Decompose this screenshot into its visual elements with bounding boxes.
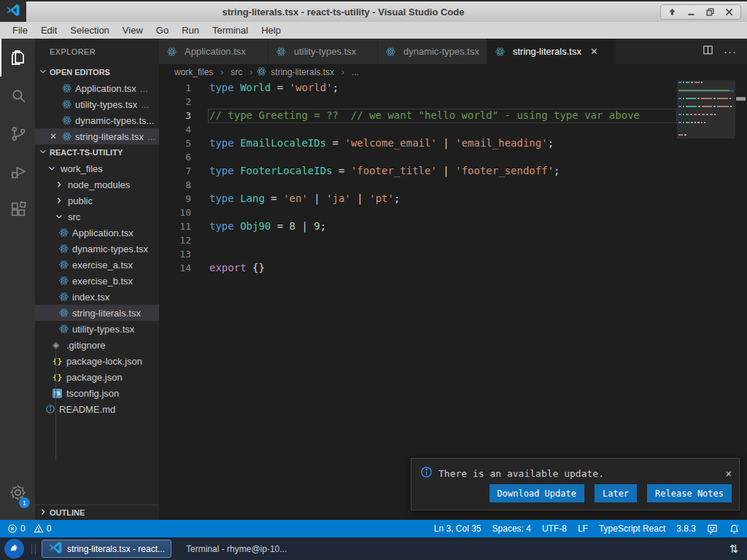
editor-tab[interactable]: utility-types.tsx ✕ — [268, 39, 378, 64]
window-minimize-button[interactable] — [686, 7, 696, 17]
tree-item[interactable]: utility-types.tsx — [35, 321, 159, 337]
notification-button[interactable]: Release Notes — [647, 484, 732, 502]
editor-tab[interactable]: dynamic-types.tsx ✕ — [378, 39, 487, 64]
open-editor-item[interactable]: ✕ string-literals.tsx ... — [35, 128, 159, 144]
breadcrumb-item[interactable]: work_files › — [171, 67, 227, 77]
tab-close-icon[interactable]: ✕ — [590, 46, 598, 57]
open-editors-header[interactable]: OPEN EDITORS — [35, 64, 159, 80]
menu-item[interactable]: Run — [175, 22, 206, 39]
status-bar-item[interactable]: Spaces: 4 — [492, 524, 531, 534]
network-updown-icon[interactable] — [729, 542, 743, 556]
minimap[interactable] — [677, 80, 735, 520]
tree-item[interactable]: {} package.json — [35, 369, 159, 385]
editor-tab[interactable]: Application.tsx ✕ — [159, 39, 268, 64]
activity-bar-item[interactable] — [0, 39, 35, 77]
notifications-bell-icon[interactable] — [729, 524, 740, 534]
feedback-icon[interactable] — [707, 524, 718, 534]
window-shade-button[interactable] — [667, 7, 677, 17]
menu-item[interactable]: Go — [150, 22, 175, 39]
notification-close-icon[interactable]: ✕ — [726, 467, 732, 479]
tree-item[interactable]: Application.tsx — [35, 225, 159, 241]
os-menu-button[interactable] — [4, 539, 24, 559]
indent-guide — [55, 347, 56, 459]
code-line[interactable]: 4 — [159, 122, 747, 136]
tree-item[interactable]: index.tsx — [35, 289, 159, 305]
tree-item[interactable]: src — [35, 209, 159, 225]
status-bar-item[interactable]: UTF-8 — [542, 524, 567, 534]
code-line[interactable]: 5 type EmailLocaleIDs = 'welcome_email' … — [159, 136, 747, 150]
tree-item[interactable]: ◈ .gitignore — [35, 337, 159, 353]
window-restore-button[interactable] — [705, 7, 715, 17]
open-editor-item[interactable]: ✕ Application.tsx ... — [35, 80, 159, 96]
tree-item[interactable]: dynamic-types.tsx — [35, 241, 159, 257]
window-title: string-literals.tsx - react-ts-utility -… — [26, 7, 660, 18]
breadcrumb-separator: › — [341, 67, 344, 77]
menu-item[interactable]: Edit — [34, 22, 63, 39]
code-line[interactable]: 1 type World = 'world'; — [159, 81, 747, 95]
breadcrumb-item[interactable]: string-literals.tsx › — [256, 66, 348, 79]
code-line[interactable]: 7 type FooterLocaleIDs = 'footer_title' … — [159, 164, 747, 178]
tree-item[interactable]: public — [35, 192, 159, 209]
json-icon: {} — [53, 373, 66, 382]
problems-indicator[interactable]: 0 — [7, 524, 26, 534]
code-line[interactable]: 10 — [159, 206, 747, 219]
explorer-title: EXPLORER — [35, 39, 159, 64]
react-icon — [495, 47, 508, 57]
line-number: 9 — [159, 192, 191, 206]
project-section-header[interactable]: REACT-TS-UTILITY — [35, 144, 159, 160]
code-line[interactable]: 9 type Lang = 'en' | 'ja' | 'pt'; — [159, 192, 747, 206]
tree-item[interactable]: work_files — [35, 160, 159, 176]
menu-item[interactable]: Selection — [63, 22, 115, 39]
status-bar-item[interactable]: Ln 3, Col 35 — [434, 524, 481, 534]
activity-bar-item[interactable] — [0, 77, 35, 114]
activity-bar-item[interactable] — [0, 114, 35, 152]
open-editor-item[interactable]: ✕ utility-types.tsx ... — [35, 96, 159, 112]
menu-item[interactable]: Terminal — [206, 22, 255, 39]
breadcrumb-item[interactable]: src › — [227, 67, 256, 77]
taskbar-task[interactable]: string-literals.tsx - react... — [42, 540, 171, 558]
tree-item[interactable]: TS tsconfig.json — [35, 385, 159, 401]
more-actions-icon[interactable]: ··· — [724, 45, 737, 58]
code-line[interactable]: 13 — [159, 247, 747, 261]
menu-item[interactable]: File — [6, 22, 34, 39]
warnings-indicator[interactable]: 0 — [34, 524, 52, 534]
tree-item[interactable]: README.md — [35, 401, 159, 417]
code-line[interactable]: 12 — [159, 233, 747, 247]
breadcrumb-item[interactable]: ... › — [348, 67, 359, 77]
taskbar-task[interactable]: Terminal - rhyme@ip-10... — [176, 540, 293, 558]
code-line[interactable]: 11 type Obj90 = 8 | 9; — [159, 219, 747, 233]
tree-item[interactable]: string-literals.tsx — [35, 305, 159, 321]
status-bar-item[interactable]: 3.8.3 — [676, 524, 696, 534]
open-editor-item[interactable]: ✕ dynamic-types.ts... — [35, 112, 159, 128]
tree-item[interactable]: exercise_b.tsx — [35, 273, 159, 289]
code-line[interactable]: 3 // type Greeting = ?? // we want "hell… — [159, 109, 747, 122]
code-line[interactable]: 14 export {} — [159, 261, 747, 275]
status-bar-item[interactable]: TypeScript React — [599, 524, 665, 534]
app-icon-box[interactable] — [0, 1, 26, 22]
status-bar-item[interactable]: LF — [578, 524, 588, 534]
activity-bar-item[interactable] — [0, 152, 35, 190]
chevron-right-icon — [54, 179, 68, 190]
react-icon — [58, 292, 72, 302]
split-editor-icon[interactable] — [703, 44, 713, 58]
editor-tab[interactable]: string-literals.tsx ✕ — [487, 39, 616, 64]
tree-item[interactable]: exercise_a.tsx — [35, 257, 159, 273]
menu-item[interactable]: Help — [255, 22, 287, 39]
outline-section-header[interactable]: OUTLINE — [35, 505, 159, 520]
code-editor[interactable]: 1 type World = 'world'; 2 3 // type Gree… — [159, 80, 747, 520]
tree-item[interactable]: node_modules — [35, 176, 159, 192]
close-icon[interactable]: ✕ — [50, 131, 61, 141]
notification-button[interactable]: Later — [595, 484, 637, 502]
vscode-window: string-literals.tsx - react-ts-utility -… — [0, 0, 747, 560]
code-line[interactable]: 2 — [159, 95, 747, 109]
chevron-right-icon — [54, 195, 68, 206]
settings-gear-button[interactable]: 1 — [0, 475, 35, 513]
code-line[interactable]: 6 — [159, 150, 747, 164]
menu-item[interactable]: View — [116, 22, 150, 39]
code-line[interactable]: 8 — [159, 178, 747, 192]
json-icon: {} — [53, 357, 66, 366]
tree-item[interactable]: {} package-lock.json — [35, 353, 159, 369]
activity-bar-item[interactable] — [0, 190, 35, 228]
notification-button[interactable]: Download Update — [489, 484, 584, 502]
window-close-button[interactable] — [724, 7, 734, 17]
